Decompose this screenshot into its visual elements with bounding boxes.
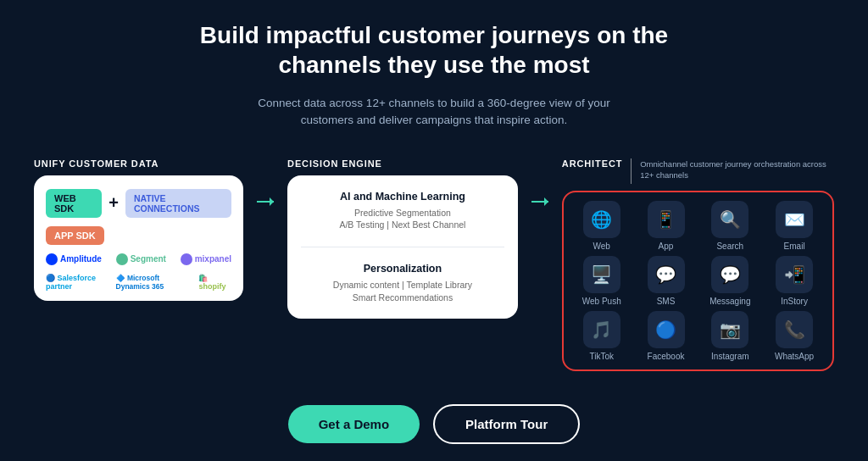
channel-label-app: App [659,242,674,251]
channel-icon-search: 🔍 [711,201,748,238]
channel-icon-messaging: 💬 [711,256,748,293]
segment-text: Segment [131,254,166,264]
personalization-desc: Dynamic content | Template LibrarySmart … [301,279,504,303]
channel-icon-email: ✉️ [776,201,813,238]
channel-label-instagram: Instagram [711,352,748,361]
channel-item-tiktok: 🎵TikTok [572,311,632,361]
channel-item-whatsapp: 📞WhatsApp [765,311,824,361]
sub-line2: customers and deliver campaigns that ins… [301,114,567,126]
channel-item-web: 🌐Web [572,201,632,251]
channel-item-sms: 💬SMS [637,256,696,306]
channel-icon-facebook: 🔵 [648,311,685,348]
architect-header: ARCHITECT Omnichannel customer journey o… [562,158,834,184]
channel-item-messaging: 💬Messaging [700,256,760,306]
channel-label-tiktok: TikTok [589,352,614,361]
native-conn-badge: NATIVE CONNECTIONS [125,189,231,218]
ai-title: AI and Machine Learning [301,191,504,203]
channel-icon-instagram: 📷 [711,311,748,348]
headline: Build impactful customer journeys on the… [200,20,668,88]
channel-icon-web-push: 🖥️ [583,256,620,293]
channel-label-sms: SMS [657,297,676,306]
unify-card: WEB SDK + NATIVE CONNECTIONS APP SDK Amp… [34,175,243,301]
col-architect: ARCHITECT Omnichannel customer journey o… [562,158,834,371]
segment-dot [116,253,128,265]
decision-label: DECISION ENGINE [287,158,518,169]
integrations-row2: 🔵 Salesforce partner 🔷 Microsoft Dynamic… [46,274,231,291]
subheadline: Connect data across 12+ channels to buil… [258,95,609,145]
arrow-line-2 [531,201,548,203]
channel-item-web-push: 🖥️Web Push [572,256,632,306]
channel-icon-whatsapp: 📞 [776,311,813,348]
architect-label: ARCHITECT [562,158,622,169]
sdk-row-app: APP SDK [46,226,231,245]
channel-icon-tiktok: 🎵 [583,311,620,348]
connector-1 [257,158,274,203]
microsoft-logo: 🔷 Microsoft Dynamics 365 [116,274,196,291]
connector-2 [531,158,548,203]
architect-desc: Omnichannel customer journey orchestrati… [640,158,834,181]
decision-hr [301,247,504,247]
col-decision: DECISION ENGINE AI and Machine Learning … [287,158,518,319]
amplitude-logo: Amplitude [46,253,102,265]
channel-label-instory: InStory [781,297,808,306]
channel-item-facebook: 🔵Facebook [637,311,696,361]
decision-personalization: Personalization Dynamic content | Templa… [301,263,504,303]
web-sdk-badge: WEB SDK [46,189,102,218]
personalization-title: Personalization [301,263,504,275]
channel-item-search: 🔍Search [700,201,760,251]
channel-item-instory: 📲InStory [765,256,824,306]
main-content: UNIFY CUSTOMER DATA WEB SDK + NATIVE CON… [34,158,834,392]
col-unify: UNIFY CUSTOMER DATA WEB SDK + NATIVE CON… [34,158,243,301]
channel-icon-instory: 📲 [776,256,813,293]
channel-icon-web: 🌐 [583,201,620,238]
architect-v-divider [631,158,632,184]
mixpanel-text: mixpanel [195,254,231,264]
arrow-line-1 [257,201,274,203]
decision-card: AI and Machine Learning Predictive Segme… [287,175,518,319]
channel-item-instagram: 📷Instagram [700,311,760,361]
unify-label: UNIFY CUSTOMER DATA [34,158,243,169]
sub-line1: Connect data across 12+ channels to buil… [258,97,609,109]
app-sdk-badge: APP SDK [46,226,104,245]
channel-label-web-push: Web Push [582,297,621,306]
channel-label-facebook: Facebook [648,352,685,361]
integrations-row1: Amplitude Segment mixpanel [46,253,231,265]
channel-label-email: Email [784,242,805,251]
channel-label-search: Search [716,242,743,251]
channel-item-email: ✉️Email [765,201,824,251]
plus-icon: + [108,193,119,213]
mixpanel-dot [181,253,192,265]
channel-icon-app: 📱 [648,201,685,238]
sdk-row-top: WEB SDK + NATIVE CONNECTIONS [46,189,231,218]
channel-label-whatsapp: WhatsApp [775,352,814,361]
decision-ai: AI and Machine Learning Predictive Segme… [301,191,504,231]
channel-label-messaging: Messaging [709,297,750,306]
architect-card: 🌐Web📱App🔍Search✉️Email🖥️Web Push💬SMS💬Mes… [562,191,834,371]
get-demo-button[interactable]: Get a Demo [288,405,420,443]
amplitude-text: Amplitude [60,254,102,264]
ai-desc: Predictive SegmentationA/B Testing | Nex… [301,207,504,231]
headline-line2: channels they use the most [278,52,589,78]
mixpanel-logo: mixpanel [181,253,231,265]
salesforce-logo: 🔵 Salesforce partner [46,274,113,291]
channel-label-web: Web [593,242,610,251]
platform-tour-button[interactable]: Platform Tour [433,404,580,444]
headline-line1: Build impactful customer journeys on the [200,22,668,48]
shopify-logo: 🛍️ shopify [198,274,231,291]
channel-item-app: 📱App [637,201,696,251]
bottom-buttons: Get a Demo Platform Tour [288,404,581,444]
channel-icon-sms: 💬 [648,256,685,293]
amplitude-dot [46,253,58,265]
segment-logo: Segment [116,253,166,265]
